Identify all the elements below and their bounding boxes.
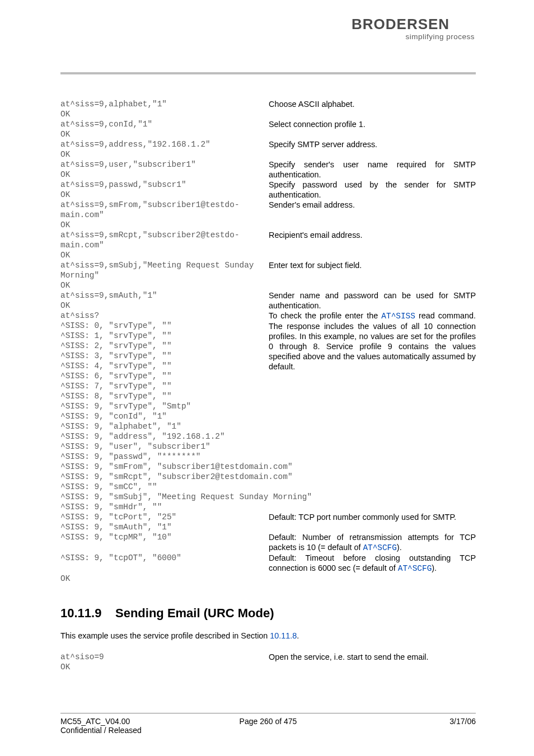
- desc-text: Sender's email address.: [269, 200, 355, 209]
- header: BRODERSEN simplifying process: [0, 0, 534, 70]
- code-cell: at^siss=9,smFrom,"subscriber1@testdo- ma…: [60, 200, 269, 230]
- code-cell: ^SISS: 9, "smFrom", "subscriber1@testdom…: [60, 462, 477, 512]
- desc-text: .: [297, 631, 299, 640]
- desc-cell: Specify password used by the sender for …: [269, 180, 476, 200]
- table-row: at^siss=9,user,"subscriber1" OKSpecify s…: [60, 159, 476, 180]
- table-row: at^siso=9 OKOpen the service, i.e. start…: [60, 652, 476, 672]
- code-cell: at^siss=9,smRcpt,"subscriber2@testdo- ma…: [60, 230, 269, 260]
- code-cell: OK: [60, 574, 477, 584]
- desc-cell: Select connection profile 1.: [269, 119, 476, 129]
- footer-confidential: Confidential / Released: [60, 726, 199, 735]
- desc-cell: Default: TCP port number commonly used f…: [269, 512, 476, 522]
- footer: MC55_ATC_V04.00 Page 260 of 475 3/17/06 …: [60, 713, 476, 735]
- desc-text: Specify SMTP server address.: [269, 140, 377, 149]
- code-cell: at^siss=9,address,"192.168.1.2" OK: [60, 139, 269, 159]
- code-cell: at^siss=9,user,"subscriber1" OK: [60, 159, 269, 180]
- content: at^siss=9,alphabet,"1" OKChoose ASCII al…: [0, 74, 534, 672]
- table-row: ^SISS: 9, "tcpMR", "10"Default: Number o…: [60, 532, 476, 553]
- code-cell: at^siso=9 OK: [60, 652, 269, 672]
- desc-cell: Open the service, i.e. start to send the…: [269, 652, 476, 662]
- code-cell: at^siss=9,alphabet,"1" OK: [60, 99, 269, 119]
- section-heading: 10.11.9Sending Email (URC Mode): [60, 606, 476, 621]
- table-row: at^siss=9,alphabet,"1" OKChoose ASCII al…: [60, 99, 476, 119]
- table-row: ^SISS: 9, "tcpOT", "6000"Default: Timeou…: [60, 553, 476, 574]
- desc-cell: Sender name and password can be used for…: [269, 290, 476, 311]
- table-row: ^SISS: 9, "tcPort", "25" ^SISS: 9, "smAu…: [60, 512, 476, 532]
- desc-cell: Specify sender's user name required for …: [269, 159, 476, 180]
- footer-left: MC55_ATC_V04.00: [60, 717, 199, 726]
- desc-text: Select connection profile 1.: [269, 120, 366, 129]
- desc-text: ).: [397, 543, 402, 552]
- link-text[interactable]: AT^SCFG: [363, 543, 396, 552]
- code-cell: ^SISS: 9, "tcpOT", "6000": [60, 553, 269, 563]
- desc-cell: Enter text for subject field.: [269, 260, 476, 270]
- section-number: 10.11.9: [60, 606, 115, 621]
- desc-cell: Recipient's email address.: [269, 230, 476, 240]
- footer-page: Page 260 of 475: [199, 717, 337, 726]
- desc-cell: Choose ASCII alphabet.: [269, 99, 476, 109]
- section-intro: This example uses the service profile de…: [60, 631, 476, 641]
- brand-tagline: simplifying process: [352, 32, 476, 41]
- desc-cell: Default: Number of retransmission attemp…: [269, 532, 476, 553]
- desc-text: Choose ASCII alphabet.: [269, 100, 355, 109]
- footer-date: 3/17/06: [338, 717, 476, 726]
- code-cell: at^siss? ^SISS: 0, "srvType", "" ^SISS: …: [60, 311, 269, 462]
- link-text[interactable]: AT^SCFG: [398, 564, 432, 573]
- code-cell: at^siss=9,conId,"1" OK: [60, 119, 269, 139]
- table-row: at^siss? ^SISS: 0, "srvType", "" ^SISS: …: [60, 311, 476, 462]
- desc-text: Recipient's email address.: [269, 231, 363, 240]
- code-cell: at^siss=9,smAuth,"1" OK: [60, 290, 269, 311]
- link-text[interactable]: 10.11.8: [270, 631, 297, 640]
- table-row: at^siss=9,smRcpt,"subscriber2@testdo- ma…: [60, 230, 476, 260]
- table-row: at^siss=9,address,"192.168.1.2" OKSpecif…: [60, 139, 476, 159]
- desc-cell: Sender's email address.: [269, 200, 476, 210]
- brand-text: BRODERSEN: [352, 17, 449, 31]
- footer-doc-id: MC55_ATC_V04.00: [60, 717, 130, 726]
- page: BRODERSEN simplifying process at^siss=9,…: [0, 0, 534, 756]
- table-row: OK: [60, 574, 476, 584]
- desc-cell: To check the profile enter the AT^SISS r…: [269, 311, 476, 372]
- section-title: Sending Email (URC Mode): [115, 606, 274, 620]
- desc-text: Enter text for subject field.: [269, 261, 362, 270]
- desc-text: Sender name and password can be used for…: [269, 291, 476, 310]
- desc-text: Open the service, i.e. start to send the…: [269, 652, 429, 661]
- command-table: at^siss=9,alphabet,"1" OKChoose ASCII al…: [60, 99, 476, 584]
- code-cell: ^SISS: 9, "tcPort", "25" ^SISS: 9, "smAu…: [60, 512, 269, 532]
- desc-text: Specify sender's user name required for …: [269, 160, 476, 179]
- table-row: at^siss=9,smAuth,"1" OKSender name and p…: [60, 290, 476, 311]
- desc-text: Default: Timeout before closing outstand…: [269, 553, 476, 572]
- table-row: at^siss=9,passwd,"subscr1" OKSpecify pas…: [60, 180, 476, 200]
- code-cell: ^SISS: 9, "tcpMR", "10": [60, 532, 269, 542]
- desc-text: Specify password used by the sender for …: [269, 180, 476, 199]
- desc-cell: Specify SMTP server address.: [269, 139, 476, 149]
- desc-text: ).: [432, 564, 437, 572]
- link-text[interactable]: AT^SISS: [381, 312, 415, 321]
- code-cell: at^siss=9,smSubj,"Meeting Request Sunday…: [60, 260, 269, 290]
- footer-divider: [60, 713, 476, 713]
- code-cell: at^siss=9,passwd,"subscr1" OK: [60, 180, 269, 200]
- desc-text: read command. The response includes the …: [269, 311, 476, 371]
- table-row: ^SISS: 9, "smFrom", "subscriber1@testdom…: [60, 462, 476, 512]
- table-row: at^siss=9,smSubj,"Meeting Request Sunday…: [60, 260, 476, 290]
- desc-cell: Default: Timeout before closing outstand…: [269, 553, 476, 574]
- desc-text: Default: TCP port number commonly used f…: [269, 513, 456, 522]
- table-row: at^siss=9,smFrom,"subscriber1@testdo- ma…: [60, 200, 476, 230]
- brand-logo: BRODERSEN simplifying process: [352, 17, 476, 41]
- command-table-2: at^siso=9 OKOpen the service, i.e. start…: [60, 652, 476, 672]
- desc-text: This example uses the service profile de…: [60, 631, 270, 640]
- table-row: at^siss=9,conId,"1" OKSelect connection …: [60, 119, 476, 139]
- desc-text: To check the profile enter the: [269, 311, 381, 320]
